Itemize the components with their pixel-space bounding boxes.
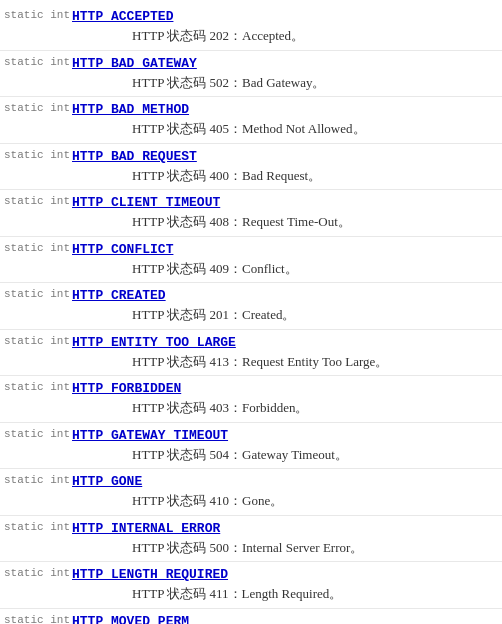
entry-content: HTTP_CONFLICTHTTP 状态码 409：Conflict。 [70, 241, 502, 279]
table-row: static intHTTP_CLIENT_TIMEOUTHTTP 状态码 40… [0, 190, 502, 237]
field-description: HTTP 状态码 410：Gone。 [72, 491, 502, 511]
entry-content: HTTP_BAD_REQUESTHTTP 状态码 400：Bad Request… [70, 148, 502, 186]
entry-meta: static int [0, 613, 70, 625]
entry-meta: static int [0, 55, 70, 68]
field-description: HTTP 状态码 413：Request Entity Too Large。 [72, 352, 502, 372]
field-name-link[interactable]: HTTP_BAD_METHOD [72, 102, 189, 117]
field-description: HTTP 状态码 201：Created。 [72, 305, 502, 325]
entry-meta: static int [0, 287, 70, 300]
entry-meta: static int [0, 380, 70, 393]
field-name-link[interactable]: HTTP_ACCEPTED [72, 9, 173, 24]
table-row: static intHTTP_LENGTH_REQUIREDHTTP 状态码 4… [0, 562, 502, 609]
entry-meta: static int [0, 8, 70, 21]
field-name-link[interactable]: HTTP_CLIENT_TIMEOUT [72, 195, 220, 210]
table-row: static intHTTP_GATEWAY_TIMEOUTHTTP 状态码 5… [0, 423, 502, 470]
field-description: HTTP 状态码 400：Bad Request。 [72, 166, 502, 186]
table-row: static intHTTP_BAD_METHODHTTP 状态码 405：Me… [0, 97, 502, 144]
table-row: static intHTTP_FORBIDDENHTTP 状态码 403：For… [0, 376, 502, 423]
field-description: HTTP 状态码 405：Method Not Allowed。 [72, 119, 502, 139]
entry-meta: static int [0, 101, 70, 114]
field-description: HTTP 状态码 408：Request Time-Out。 [72, 212, 502, 232]
entry-content: HTTP_CLIENT_TIMEOUTHTTP 状态码 408：Request … [70, 194, 502, 232]
field-name-link[interactable]: HTTP_FORBIDDEN [72, 381, 181, 396]
entry-content: HTTP_GONEHTTP 状态码 410：Gone。 [70, 473, 502, 511]
entry-content: HTTP_MOVED_PERMHTTP 状态码 301：Moved Perman… [70, 613, 502, 625]
field-description: HTTP 状态码 409：Conflict。 [72, 259, 502, 279]
field-name-link[interactable]: HTTP_GATEWAY_TIMEOUT [72, 428, 228, 443]
field-description: HTTP 状态码 502：Bad Gateway。 [72, 73, 502, 93]
field-name-link[interactable]: HTTP_BAD_GATEWAY [72, 56, 197, 71]
table-row: static intHTTP_ENTITY_TOO_LARGEHTTP 状态码 … [0, 330, 502, 377]
entry-meta: static int [0, 194, 70, 207]
table-row: static intHTTP_BAD_REQUESTHTTP 状态码 400：B… [0, 144, 502, 191]
field-description: HTTP 状态码 202：Accepted。 [72, 26, 502, 46]
table-row: static intHTTP_GONEHTTP 状态码 410：Gone。 [0, 469, 502, 516]
field-name-link[interactable]: HTTP_CONFLICT [72, 242, 173, 257]
entry-meta: static int [0, 566, 70, 579]
field-description: HTTP 状态码 504：Gateway Timeout。 [72, 445, 502, 465]
entry-content: HTTP_ENTITY_TOO_LARGEHTTP 状态码 413：Reques… [70, 334, 502, 372]
entry-content: HTTP_CREATEDHTTP 状态码 201：Created。 [70, 287, 502, 325]
entry-content: HTTP_LENGTH_REQUIREDHTTP 状态码 411：Length … [70, 566, 502, 604]
entry-meta: static int [0, 148, 70, 161]
field-name-link[interactable]: HTTP_BAD_REQUEST [72, 149, 197, 164]
entry-content: HTTP_FORBIDDENHTTP 状态码 403：Forbidden。 [70, 380, 502, 418]
entry-meta: static int [0, 520, 70, 533]
entry-meta: static int [0, 473, 70, 486]
table-row: static intHTTP_MOVED_PERMHTTP 状态码 301：Mo… [0, 609, 502, 625]
api-docs-list: static intHTTP_ACCEPTEDHTTP 状态码 202：Acce… [0, 0, 502, 624]
entry-meta: static int [0, 334, 70, 347]
entry-content: HTTP_BAD_METHODHTTP 状态码 405：Method Not A… [70, 101, 502, 139]
table-row: static intHTTP_INTERNAL_ERRORHTTP 状态码 50… [0, 516, 502, 563]
field-name-link[interactable]: HTTP_ENTITY_TOO_LARGE [72, 335, 236, 350]
field-name-link[interactable]: HTTP_GONE [72, 474, 142, 489]
field-name-link[interactable]: HTTP_MOVED_PERM [72, 614, 189, 625]
table-row: static intHTTP_BAD_GATEWAYHTTP 状态码 502：B… [0, 51, 502, 98]
entry-meta: static int [0, 241, 70, 254]
field-description: HTTP 状态码 500：Internal Server Error。 [72, 538, 502, 558]
field-name-link[interactable]: HTTP_LENGTH_REQUIRED [72, 567, 228, 582]
table-row: static intHTTP_CREATEDHTTP 状态码 201：Creat… [0, 283, 502, 330]
table-row: static intHTTP_CONFLICTHTTP 状态码 409：Conf… [0, 237, 502, 284]
entry-content: HTTP_BAD_GATEWAYHTTP 状态码 502：Bad Gateway… [70, 55, 502, 93]
field-name-link[interactable]: HTTP_INTERNAL_ERROR [72, 521, 220, 536]
field-description: HTTP 状态码 403：Forbidden。 [72, 398, 502, 418]
table-row: static intHTTP_ACCEPTEDHTTP 状态码 202：Acce… [0, 4, 502, 51]
entry-content: HTTP_INTERNAL_ERRORHTTP 状态码 500：Internal… [70, 520, 502, 558]
field-description: HTTP 状态码 411：Length Required。 [72, 584, 502, 604]
entry-meta: static int [0, 427, 70, 440]
entry-content: HTTP_GATEWAY_TIMEOUTHTTP 状态码 504：Gateway… [70, 427, 502, 465]
entry-content: HTTP_ACCEPTEDHTTP 状态码 202：Accepted。 [70, 8, 502, 46]
field-name-link[interactable]: HTTP_CREATED [72, 288, 166, 303]
